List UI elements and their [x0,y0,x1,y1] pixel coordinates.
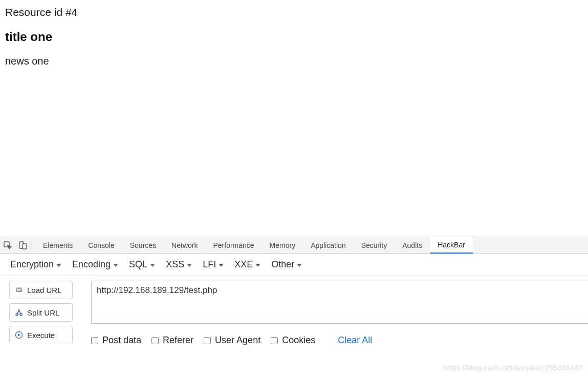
chevron-down-icon [297,264,301,267]
menu-other[interactable]: Other [271,259,301,270]
chevron-down-icon [256,264,260,267]
button-label: Load URL [27,286,62,295]
referer-checkbox[interactable] [151,337,159,344]
menu-encryption[interactable]: Encryption [10,259,61,270]
svg-rect-5 [17,290,19,291]
menu-label: LFI [203,259,216,270]
menu-encoding[interactable]: Encoding [72,259,118,270]
svg-rect-2 [23,244,27,249]
execute-icon [15,331,23,339]
button-label: Split URL [27,308,59,317]
svg-rect-3 [16,288,22,292]
hackbar-menubar: Encryption Encoding SQL XSS LFI XXE Othe… [0,254,588,276]
chevron-down-icon [57,264,61,267]
page-title: title one [5,30,583,44]
svg-rect-6 [16,287,21,288]
inspect-element-icon[interactable] [0,237,15,254]
devtools-tabbar: Elements Console Sources Network Perform… [0,237,588,254]
execute-button[interactable]: Execute [9,326,73,344]
chevron-down-icon [219,264,223,267]
tab-application[interactable]: Application [303,237,354,254]
hackbar-panel: Encryption Encoding SQL XSS LFI XXE Othe… [0,254,588,378]
toggle-device-icon[interactable] [15,237,31,254]
tab-memory[interactable]: Memory [262,237,303,254]
menu-label: XXE [234,259,253,270]
option-label: Cookies [282,335,315,346]
tab-security[interactable]: Security [354,237,395,254]
user-agent-checkbox[interactable] [204,337,211,344]
tab-network[interactable]: Network [164,237,205,254]
resource-id-text: Resource id #4 [5,6,583,18]
watermark-text: https://blog.csdn.net/sunjikui1255326447 [444,363,583,372]
load-url-icon [15,286,23,294]
page-content: Resource id #4 title one news one [0,0,588,72]
svg-point-8 [20,313,22,316]
hackbar-options: Post data Referer User Agent Cookies C [91,335,588,346]
option-label: User Agent [215,335,260,346]
opt-referer[interactable]: Referer [151,335,193,346]
menu-label: Encoding [72,259,111,270]
option-label: Post data [102,335,141,346]
menu-label: SQL [129,259,147,270]
load-url-button[interactable]: Load URL [9,281,73,299]
opt-post-data[interactable]: Post data [91,335,141,346]
tab-sources[interactable]: Sources [122,237,164,254]
hackbar-body: Load URL Split URL Execute [0,276,588,346]
opt-cookies[interactable]: Cookies [271,335,315,346]
tab-performance[interactable]: Performance [205,237,262,254]
post-data-checkbox[interactable] [91,337,98,344]
option-label: Referer [163,335,193,346]
opt-user-agent[interactable]: User Agent [204,335,260,346]
split-url-button[interactable]: Split URL [9,303,73,322]
url-input[interactable] [91,281,588,324]
news-text: news one [5,55,583,67]
tab-hackbar[interactable]: HackBar [430,237,473,254]
chevron-down-icon [187,264,191,267]
tab-elements[interactable]: Elements [35,237,80,254]
chevron-down-icon [114,264,118,267]
button-label: Execute [27,331,55,340]
hackbar-buttons: Load URL Split URL Execute [9,281,73,346]
split-url-icon [15,308,23,317]
menu-label: XSS [166,259,184,270]
menu-label: Encryption [10,259,54,270]
chevron-down-icon [150,264,155,267]
menu-xss[interactable]: XSS [166,259,191,270]
menu-label: Other [271,259,294,270]
hackbar-right: Post data Referer User Agent Cookies C [91,281,588,346]
clear-all-link[interactable]: Clear All [338,335,372,346]
tab-separator [32,241,32,250]
svg-rect-4 [17,289,21,290]
cookies-checkbox[interactable] [271,337,278,344]
tab-console[interactable]: Console [80,237,122,254]
menu-lfi[interactable]: LFI [203,259,223,270]
menu-sql[interactable]: SQL [129,259,155,270]
svg-point-7 [16,313,18,316]
tab-audits[interactable]: Audits [395,237,430,254]
menu-xxe[interactable]: XXE [234,259,260,270]
devtools-panel: Elements Console Sources Network Perform… [0,237,588,378]
